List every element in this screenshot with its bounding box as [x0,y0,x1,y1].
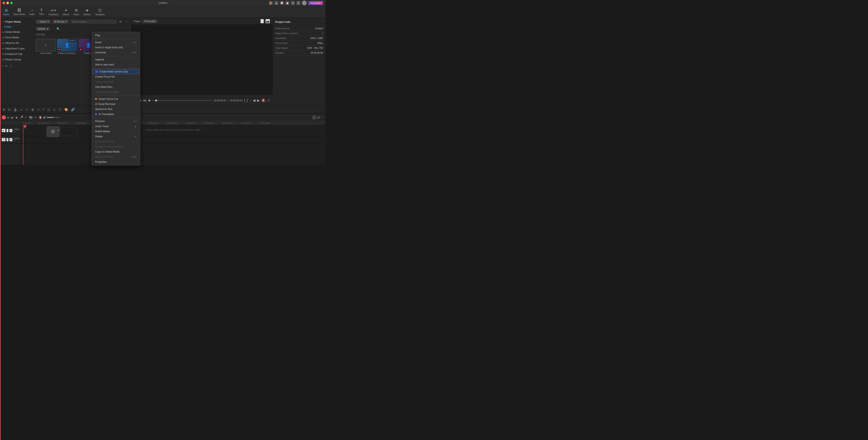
timeline-snapshot-button[interactable]: 📷 [29,116,33,119]
text-button[interactable]: T [42,107,45,112]
menu-item-smart-scene-cut[interactable]: Smart Scene Cut [92,96,140,101]
audio-vol-button[interactable]: 🎵 [2,138,5,142]
audio-lock-button[interactable]: + [6,138,8,142]
sidebar-item-influence-kit[interactable]: ▶ Influence Kit [0,40,34,46]
menu-item-insert-target[interactable]: Insert in target track only [92,45,140,50]
delete-button[interactable]: 🗑 [30,107,35,112]
fit-screen-icon[interactable]: ⊡ [260,19,264,23]
timeline-prev-frame-button[interactable]: ⏮ [7,116,10,119]
sidebar-item-project-media[interactable]: ▼ Project Media [0,19,34,25]
user-avatar[interactable] [302,1,307,5]
toolbar-stickers[interactable]: ★ Stickers [84,8,91,16]
import-media-thumb[interactable]: + Import Media [36,39,56,54]
menu-item-auto-beat-sync[interactable]: Auto Beat Sync [92,84,140,89]
clock-icon[interactable]: ⏰ [285,1,289,5]
speed-button[interactable]: ⏱ [58,107,62,112]
stop-button[interactable]: ■ [148,99,151,102]
window-icon[interactable]: ⊞ [291,1,295,5]
audio-mute-button[interactable]: 👁 [9,138,12,142]
search-icon[interactable]: 🔍 [56,27,61,31]
magnet-button[interactable]: ⊟ [7,107,11,112]
toolbar-filters[interactable]: ⚙ Filters [73,8,79,16]
collapse-sidebar-button[interactable]: ◁ [9,64,12,68]
next-clip-button[interactable]: ▶ [257,98,259,102]
cloud-upload-icon[interactable]: ☁ [274,1,278,5]
video-track-lane[interactable]: 🖼 + Drag media and effects here to creat… [21,125,326,136]
menu-item-insert[interactable]: Insert ⇧⌘I [92,40,140,45]
maximize-button[interactable] [10,2,13,4]
toolbar-templates[interactable]: ⊡ Templates [95,8,105,16]
cut-button[interactable]: ✂ [36,107,40,112]
sidebar-item-global-media[interactable]: ▶ Global Media [0,29,34,35]
filter-icon[interactable]: ⚙ [118,20,123,24]
link-button[interactable]: ⚓ [13,107,18,112]
sidebar-item-adjustment-layer[interactable]: ▶ Adjustment Layer [0,46,34,51]
menu-item-play[interactable]: Play [92,33,140,38]
add-folder-button[interactable]: + [2,64,3,68]
track-lock-button[interactable]: + [6,129,8,132]
record-button[interactable]: Record ▼ [53,20,69,24]
search-input[interactable] [70,20,117,24]
toolbar-audio[interactable]: ♪ Audio [29,8,35,15]
chat-icon[interactable]: 💬 [280,1,284,5]
color-grading-button[interactable]: 🎨 [64,107,69,112]
apps-icon[interactable]: ⊟ [297,1,300,5]
track-mute-button[interactable]: 👁 [9,129,12,132]
quality-button[interactable]: Full Quality [142,19,158,23]
toolbar-media[interactable]: ⊞ Media [3,8,9,16]
crop-button[interactable]: ⊡ [46,107,51,112]
menu-item-create-proxy[interactable]: Create Proxy File [92,74,140,79]
empty-clip-area[interactable] [60,127,78,136]
timeline-record-button[interactable] [2,115,6,120]
sidebar-item-compound-clip[interactable]: ▶ Compound Clip [0,51,34,57]
mark-in-button[interactable]: [ [244,99,245,102]
default-view-button[interactable]: Default ▼ [36,27,50,31]
view-grid-button[interactable]: ⊞ [5,64,8,68]
toolbar-transitions[interactable]: ⟷ Transitions [48,8,59,16]
add-to-timeline-button[interactable]: + [312,115,317,120]
add-to-tl-button[interactable]: ↓ [249,99,251,102]
gift-icon[interactable]: 🎁 [269,1,273,5]
next-frame-button[interactable]: ⏭ [143,99,147,102]
fullscreen-button[interactable]: ⤢ [267,98,270,102]
minimize-button[interactable] [6,2,9,4]
chain-button[interactable]: 🔗 [70,107,75,112]
player-progress-bar[interactable] [152,100,212,101]
volume-slider[interactable] [47,117,60,118]
timeline-split-button[interactable]: ⊢ [25,116,27,119]
toolbar-titles[interactable]: T Titles [39,8,44,15]
track-visibility-button[interactable]: 🔊 [2,129,5,132]
timeline-stabilize-button[interactable]: ⊙ [34,116,37,119]
menu-item-add-to-new-track[interactable]: Add to new track [92,62,140,67]
adjust-button[interactable]: ⊙ [52,107,56,112]
toolbar-effects[interactable]: ✦ Effects [63,8,69,16]
timeline-view-button[interactable]: ⋯ [321,116,324,119]
media-item-video1[interactable]: 👤 00:00:10 722866_Recording P... [57,39,77,54]
timeline-play-button[interactable]: ▶ [11,116,14,119]
menu-item-append[interactable]: Append [92,57,140,62]
sidebar-item-cloud-media[interactable]: ▶ Cloud Media [0,35,34,40]
more-options-button[interactable]: ⋯ [124,20,129,24]
menu-item-overwrite[interactable]: Overwrite ⇧⌘O [92,50,140,55]
snap-button[interactable]: ⊞ [2,107,6,112]
import-area[interactable]: + [36,39,56,52]
timeline-grid-button[interactable]: ⊞ [317,116,320,119]
timeline-mute-button[interactable]: 🔇 [38,116,42,119]
menu-item-create-multicam[interactable]: Create Multi-Camera Clip [93,69,139,74]
timeline-marker-button[interactable]: ◆ [16,116,18,119]
undo-button[interactable]: ↩ [19,107,24,112]
progress-handle[interactable] [155,99,157,101]
timeline-mic-button[interactable]: 🎤 [20,116,23,119]
mute-button[interactable]: 🔇 [261,98,266,102]
import-button[interactable]: ↑ Import ▼ [36,20,51,24]
menu-item-ai-vocal[interactable]: AI Vocal Remover [92,101,140,105]
redo-button[interactable]: ↪ [25,107,29,112]
subscribe-button[interactable]: Subscribe [308,1,323,5]
sidebar-folder-item[interactable]: Folder [0,25,34,29]
toolbar-stock-media[interactable]: 🖼 Stock Media [13,8,25,15]
sidebar-item-photos-library[interactable]: ▶ Photos Library [0,57,34,62]
close-button[interactable] [3,2,5,4]
add-clip-icon[interactable]: + [58,128,60,132]
prev-clip-button[interactable]: ◀ [253,98,255,102]
snapshot-icon[interactable]: 📷 [266,19,270,23]
